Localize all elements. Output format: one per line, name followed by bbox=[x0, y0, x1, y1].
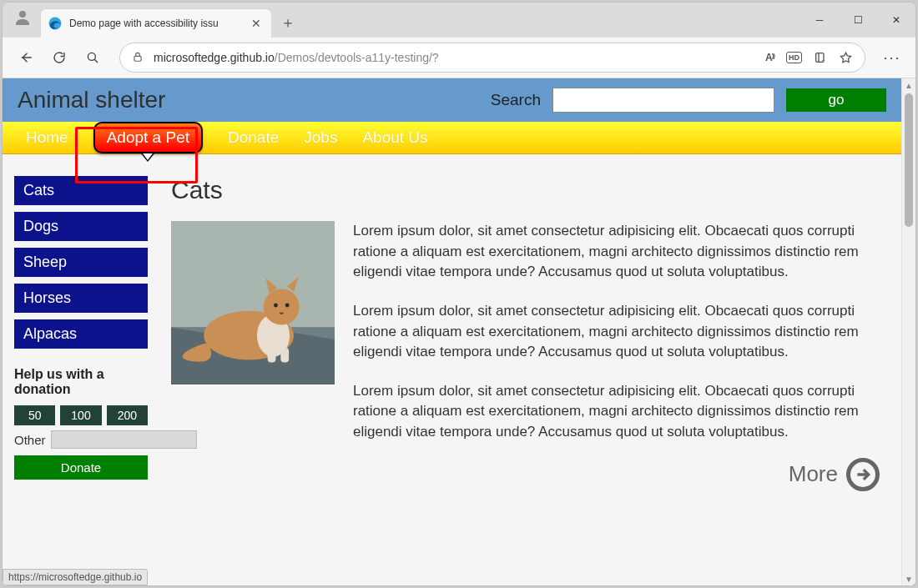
arrow-right-circle-icon bbox=[846, 458, 880, 491]
titlebar: Demo page with accessibility issu ✕ ＋ ─ … bbox=[3, 3, 915, 38]
site-nav: Home Adopt a Pet Donate Jobs About Us bbox=[3, 122, 901, 154]
article-paragraph-1: Lorem ipsum dolor, sit amet consectetur … bbox=[353, 221, 880, 283]
sidebar-item-cats[interactable]: Cats bbox=[14, 176, 148, 205]
browser-window: Demo page with accessibility issu ✕ ＋ ─ … bbox=[2, 2, 916, 586]
tab-title: Demo page with accessibility issu bbox=[69, 18, 248, 29]
edge-favicon bbox=[48, 16, 63, 31]
read-aloud-icon[interactable]: A)) bbox=[765, 52, 774, 63]
viewport: Animal shelter Search go Home Adopt a Pe… bbox=[3, 78, 915, 585]
donation-amount-100[interactable]: 100 bbox=[60, 405, 101, 425]
vertical-scrollbar[interactable]: ▲ ▼ bbox=[901, 78, 915, 585]
sidebar-item-alpacas[interactable]: Alpacas bbox=[14, 319, 148, 349]
new-tab-button[interactable]: ＋ bbox=[276, 11, 300, 34]
search-button[interactable] bbox=[78, 43, 108, 73]
cat-image bbox=[171, 221, 335, 384]
scroll-thumb[interactable] bbox=[905, 93, 913, 227]
window-controls: ─ ☐ ✕ bbox=[800, 3, 915, 38]
address-bar-icons: A)) HD bbox=[765, 51, 853, 65]
page-content: Animal shelter Search go Home Adopt a Pe… bbox=[3, 78, 901, 585]
article: Lorem ipsum dolor, sit amet consectetur … bbox=[171, 221, 880, 491]
donation-other-label: Other bbox=[14, 433, 46, 447]
article-paragraph-3: Lorem ipsum dolor, sit amet consectetur … bbox=[353, 381, 880, 443]
sidebar: Cats Dogs Sheep Horses Alpacas Help us w… bbox=[14, 176, 148, 491]
minimize-button[interactable]: ─ bbox=[800, 3, 839, 38]
svg-rect-16 bbox=[268, 348, 276, 363]
search-go-button[interactable]: go bbox=[786, 88, 886, 112]
page-heading: Cats bbox=[171, 176, 880, 204]
more-label: More bbox=[789, 461, 838, 487]
browser-toolbar: microsoftedge.github.io/Demos/devtools-a… bbox=[3, 38, 915, 78]
favorite-icon[interactable] bbox=[839, 51, 853, 65]
page-body: Cats Dogs Sheep Horses Alpacas Help us w… bbox=[3, 154, 901, 500]
nav-jobs[interactable]: Jobs bbox=[304, 128, 337, 147]
site-header: Animal shelter Search go bbox=[3, 78, 901, 122]
browser-tab[interactable]: Demo page with accessibility issu ✕ bbox=[41, 9, 271, 38]
collections-icon[interactable] bbox=[814, 51, 827, 64]
svg-point-15 bbox=[285, 303, 290, 307]
sidebar-item-sheep[interactable]: Sheep bbox=[14, 248, 148, 277]
donation-amount-50[interactable]: 50 bbox=[14, 405, 55, 425]
nav-adopt-tooltip[interactable]: Adopt a Pet bbox=[93, 122, 203, 153]
donation-heading: Help us with a donation bbox=[14, 367, 148, 397]
nav-adopt-wrap: Adopt a Pet bbox=[93, 122, 203, 153]
svg-point-2 bbox=[88, 53, 95, 60]
svg-point-0 bbox=[19, 11, 26, 18]
donate-button[interactable]: Donate bbox=[14, 455, 148, 480]
svg-point-14 bbox=[274, 303, 278, 307]
site-title: Animal shelter bbox=[18, 87, 165, 113]
svg-point-11 bbox=[264, 289, 300, 324]
nav-adopt-label: Adopt a Pet bbox=[107, 128, 189, 146]
article-paragraph-2: Lorem ipsum dolor, sit amet consectetur … bbox=[353, 301, 880, 363]
main-content: Cats bbox=[171, 176, 885, 491]
nav-home[interactable]: Home bbox=[26, 128, 68, 147]
scroll-down-icon[interactable]: ▼ bbox=[902, 572, 915, 585]
maximize-button[interactable]: ☐ bbox=[839, 3, 877, 38]
close-window-button[interactable]: ✕ bbox=[877, 3, 915, 38]
donation-other-row: Other bbox=[14, 430, 148, 449]
tooltip-pointer-icon bbox=[141, 153, 154, 162]
hd-icon[interactable]: HD bbox=[786, 52, 802, 63]
back-button[interactable] bbox=[11, 43, 41, 73]
address-bar[interactable]: microsoftedge.github.io/Demos/devtools-a… bbox=[119, 43, 865, 73]
svg-rect-3 bbox=[134, 56, 141, 61]
profile-icon[interactable] bbox=[11, 6, 34, 29]
menu-button[interactable]: ··· bbox=[877, 43, 907, 73]
nav-donate[interactable]: Donate bbox=[228, 128, 279, 147]
refresh-button[interactable] bbox=[44, 43, 74, 73]
donation-amounts: 50 100 200 bbox=[14, 405, 148, 425]
url-path: /Demos/devtools-a11y-testing/? bbox=[275, 51, 439, 64]
nav-about[interactable]: About Us bbox=[362, 128, 427, 147]
lock-icon bbox=[132, 51, 144, 65]
tab-close-icon[interactable]: ✕ bbox=[248, 17, 265, 30]
more-link[interactable]: More bbox=[353, 458, 880, 491]
svg-rect-17 bbox=[280, 348, 289, 363]
scroll-up-icon[interactable]: ▲ bbox=[902, 78, 915, 92]
url-host: microsoftedge.github.io bbox=[154, 51, 275, 64]
search-input[interactable] bbox=[552, 88, 774, 113]
status-bar: https://microsoftedge.github.io bbox=[3, 569, 148, 585]
donation-amount-200[interactable]: 200 bbox=[107, 405, 148, 425]
search-form: Search go bbox=[491, 88, 886, 113]
sidebar-item-horses[interactable]: Horses bbox=[14, 284, 148, 313]
sidebar-item-dogs[interactable]: Dogs bbox=[14, 212, 148, 241]
article-text: Lorem ipsum dolor, sit amet consectetur … bbox=[353, 221, 880, 491]
search-label: Search bbox=[491, 91, 541, 109]
